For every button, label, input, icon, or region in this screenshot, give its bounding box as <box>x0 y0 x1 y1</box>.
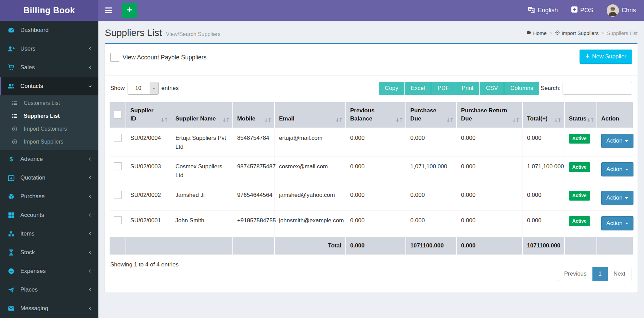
sort-icon[interactable]: ↓↑ <box>334 117 342 123</box>
breadcrumb-current: Suppliers List <box>607 30 638 36</box>
main-content: Suppliers List View/Search Suppliers Hom… <box>98 0 644 293</box>
language-menu[interactable]: English <box>528 6 558 15</box>
select-all-checkbox[interactable] <box>114 111 122 119</box>
sidebar-item-customers-list[interactable]: Customers List <box>0 97 98 110</box>
sidebar-item-import-customers[interactable]: Import Customers <box>0 123 98 135</box>
sidebar-item-contacts[interactable]: Contacts <box>0 77 98 95</box>
sort-icon[interactable]: ↓↑ <box>262 117 271 123</box>
row-checkbox[interactable] <box>114 191 122 199</box>
excel-button[interactable]: Excel <box>405 82 432 95</box>
contacts-icon <box>7 82 16 90</box>
cell-supplier-id: SU/02/0001 <box>126 211 171 236</box>
table-footer-row: Total 0.000 1071100.000 0.000 1071100.00… <box>110 236 633 255</box>
sidebar-toggle-icon[interactable] <box>104 4 117 17</box>
sidebar-item-label: Dashboard <box>20 27 49 34</box>
csv-button[interactable]: CSV <box>480 82 504 95</box>
new-supplier-button[interactable]: New Supplier <box>580 50 632 64</box>
row-checkbox[interactable] <box>114 216 122 224</box>
sidebar-item-purchase[interactable]: Purchase <box>0 187 98 206</box>
column-header-total[interactable]: Total(+)↓↑ <box>523 102 565 128</box>
entries-select-value: 10 <box>128 82 150 94</box>
envelope-icon <box>7 305 16 312</box>
footer-previous-balance: 0.000 <box>346 236 406 255</box>
column-header-purchase-due[interactable]: Purchase Due↓↑ <box>406 102 457 128</box>
action-button[interactable]: Action <box>601 216 633 230</box>
sidebar-item-advance[interactable]: $ Advance <box>0 150 98 168</box>
sidebar-item-places[interactable]: Places <box>0 280 98 299</box>
sidebar-item-accounts[interactable]: Accounts <box>0 206 98 224</box>
sort-icon[interactable]: ↓↑ <box>552 117 561 123</box>
pdf-button[interactable]: PDF <box>431 82 455 95</box>
status-badge: Active <box>569 191 590 201</box>
sort-icon[interactable]: ↓↑ <box>221 117 229 123</box>
search-input[interactable] <box>563 82 632 95</box>
breadcrumb-home[interactable]: Home <box>526 30 547 36</box>
sidebar-item-users[interactable]: Users <box>0 39 98 58</box>
minus-circle-icon <box>7 267 16 275</box>
sidebar-item-stock[interactable]: Stock <box>0 243 98 262</box>
sidebar-item-suppliers-list[interactable]: Suppliers List <box>0 110 98 123</box>
cell-mobile: 97654644564 <box>233 185 275 211</box>
row-checkbox[interactable] <box>114 162 122 170</box>
breadcrumb-import-suppliers[interactable]: Import Suppliers <box>555 30 599 36</box>
cell-mobile: 8548754784 <box>233 128 275 157</box>
row-checkbox[interactable] <box>114 134 122 142</box>
chevron-left-icon <box>88 231 92 236</box>
sort-icon[interactable]: ↓↑ <box>444 117 453 123</box>
column-header-status[interactable]: Status↓↑ <box>565 102 598 128</box>
sidebar-item-expenses[interactable]: Expenses <box>0 262 98 280</box>
export-buttons: Copy Excel PDF Print CSV Columns <box>379 82 539 95</box>
status-badge: Active <box>569 134 590 144</box>
sidebar-item-items[interactable]: Items <box>0 224 98 243</box>
plus-square-icon <box>571 6 577 14</box>
action-button[interactable]: Action <box>601 191 633 205</box>
sort-icon[interactable]: ↓↑ <box>159 117 167 123</box>
view-account-payable-checkbox[interactable] <box>110 53 119 62</box>
import-circle-icon <box>12 139 20 145</box>
user-menu[interactable]: Chris <box>607 4 636 17</box>
suppliers-table: Supplier ID↓↑ Supplier Name↓↑ Mobile↓↑ E… <box>110 102 633 255</box>
entries-label: entries <box>162 85 179 92</box>
sidebar-item-sales[interactable]: Sales <box>0 58 98 77</box>
cell-total: 1,071,100.000 <box>523 157 565 185</box>
table-row: SU/02/0002 Jamshed Ji 97654644564 jamshe… <box>110 185 633 211</box>
print-button[interactable]: Print <box>455 82 480 95</box>
navbar-right: English POS Chris <box>528 4 636 17</box>
sidebar-item-import-suppliers[interactable]: Import Suppliers <box>0 135 98 148</box>
column-header-mobile[interactable]: Mobile↓↑ <box>233 102 275 128</box>
column-header-email[interactable]: Email↓↑ <box>275 102 346 128</box>
sidebar-item-dashboard[interactable]: Dashboard <box>0 21 98 39</box>
column-header-supplier-id[interactable]: Supplier ID↓↑ <box>126 102 171 128</box>
sidebar-item-messaging[interactable]: Messaging <box>0 299 98 318</box>
plus-icon <box>126 6 133 14</box>
sidebar-item-label: Stock <box>20 249 35 256</box>
column-header-supplier-name[interactable]: Supplier Name↓↑ <box>171 102 233 128</box>
calendar-plus-icon <box>7 174 16 182</box>
sidebar-item-quotation[interactable]: Quotation <box>0 168 98 187</box>
column-header-previous-balance[interactable]: Previous Balance↓↑ <box>346 102 406 128</box>
column-header-purchase-return-due[interactable]: Purchase Return Due↓↑ <box>457 102 523 128</box>
pagination: Previous 1 Next <box>558 267 631 281</box>
cell-purchase-due: 0.000 <box>406 211 457 236</box>
next-page-button[interactable]: Next <box>608 267 631 281</box>
quick-add-button[interactable] <box>122 3 137 18</box>
action-button[interactable]: Action <box>601 134 633 148</box>
caret-down-icon <box>625 140 628 142</box>
pos-button[interactable]: POS <box>571 6 593 14</box>
copy-button[interactable]: Copy <box>379 82 405 95</box>
cell-mobile: 987457875487 <box>233 157 275 185</box>
sort-icon[interactable]: ↓↑ <box>585 117 593 123</box>
entries-select[interactable]: 10 <box>128 82 159 95</box>
previous-page-button[interactable]: Previous <box>558 267 592 281</box>
app-logo[interactable]: Billing Book <box>0 0 98 21</box>
columns-button[interactable]: Columns <box>504 82 539 95</box>
footer-purchase-return-due: 0.000 <box>457 236 523 255</box>
navbar: English POS Chris <box>98 0 644 21</box>
sort-icon[interactable]: ↓↑ <box>394 117 402 123</box>
cell-previous-balance: 0.000 <box>346 211 406 236</box>
sort-icon[interactable]: ↓↑ <box>510 117 519 123</box>
action-button[interactable]: Action <box>601 162 633 176</box>
suppliers-box: View Account Payble Suppliers New Suppli… <box>105 43 638 293</box>
page-1-button[interactable]: 1 <box>592 267 608 281</box>
sidebar-item-label: Suppliers List <box>24 113 60 119</box>
